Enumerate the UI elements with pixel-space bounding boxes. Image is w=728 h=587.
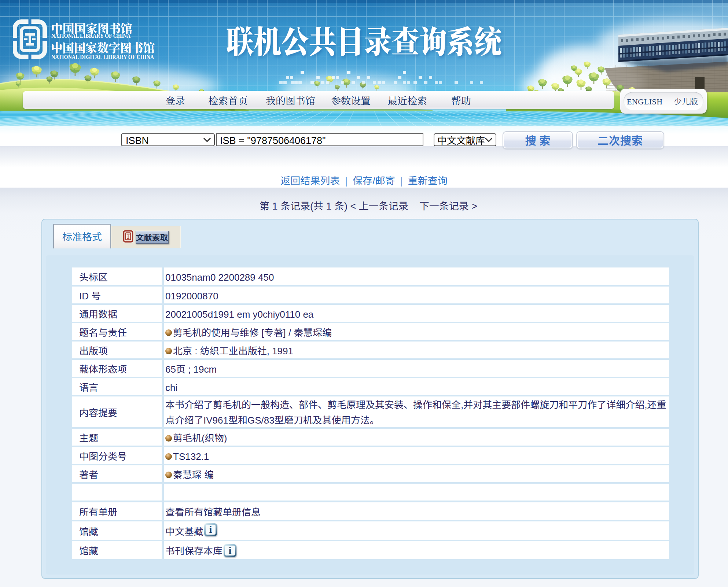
svg-text:联机公共目录查询系统: 联机公共目录查询系统	[226, 17, 504, 62]
svg-text:中国国家数字图书馆: 中国国家数字图书馆	[51, 38, 155, 56]
svg-text:NATIONAL DIGITAL LIBRARY OF CH: NATIONAL DIGITAL LIBRARY OF CHINA	[51, 54, 154, 60]
svg-text:NATIONAL LIBRARY OF CHINA: NATIONAL LIBRARY OF CHINA	[51, 33, 130, 39]
